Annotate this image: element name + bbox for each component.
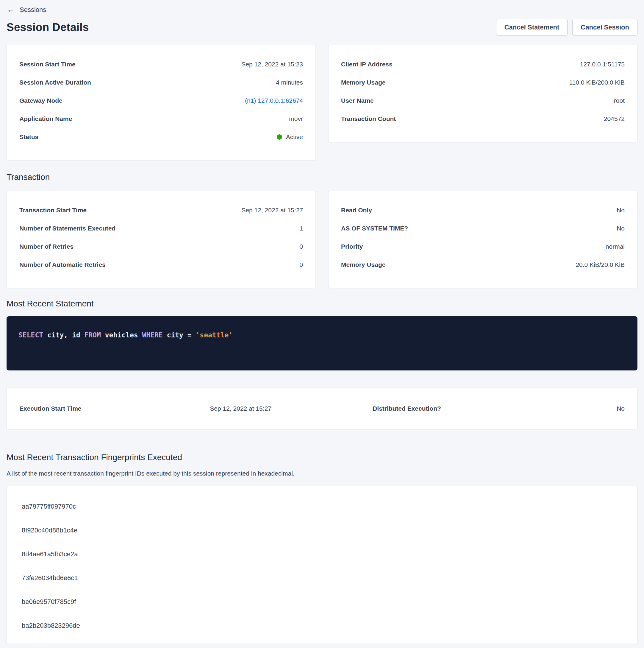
transaction-fingerprint-id: ba2b203b823296de: [22, 622, 622, 630]
summary-row: Transaction Count204572: [341, 115, 625, 123]
summary-row-value: No: [617, 224, 625, 232]
distributed-execution-value: No: [617, 404, 625, 413]
summary-row-label: Session Start Time: [19, 60, 75, 68]
summary-row: Gateway Node(n1) 127.0.0.1:62674: [19, 97, 303, 105]
summary-row-value: normal: [605, 242, 625, 251]
sql-token-str: 'seattle': [195, 331, 233, 339]
distributed-execution-label: Distributed Execution?: [372, 404, 441, 413]
sql-statement-box: SELECT city, id FROM vehicles WHERE city…: [7, 316, 637, 371]
sql-token-pl: city, id: [43, 331, 84, 339]
summary-row-value: 204572: [604, 115, 625, 123]
summary-row-value: No: [617, 206, 625, 214]
execution-start-time-label: Execution Start Time: [19, 404, 81, 413]
summary-row-value: Sep 12, 2022 at 15:27: [241, 206, 303, 214]
fingerprints-description: A list of the most recent transaction fi…: [7, 470, 637, 477]
summary-row: StatusActive: [19, 133, 303, 141]
session-summary-row: Session Start TimeSep 12, 2022 at 15:23S…: [7, 45, 637, 161]
summary-row-label: Memory Usage: [341, 261, 386, 269]
summary-row: Client IP Address127.0.0.1:51175: [341, 60, 625, 68]
transaction-fingerprint-id: 8d4ae61a5fb3ce2a: [22, 550, 622, 558]
summary-row: Number of Retries0: [19, 242, 303, 251]
summary-row-label: Priority: [341, 242, 363, 251]
execution-details-card: Execution Start Time Sep 12, 2022 at 15:…: [7, 388, 637, 429]
transaction-fingerprint-id: 73fe26034bd6e6c1: [22, 574, 622, 582]
summary-row: Number of Statements Executed1: [19, 224, 303, 232]
sql-token-kw: SELECT: [18, 331, 43, 339]
summary-row: Session Start TimeSep 12, 2022 at 15:23: [19, 60, 303, 68]
summary-row: Prioritynormal: [341, 242, 625, 251]
session-details-card-left: Session Start TimeSep 12, 2022 at 15:23S…: [7, 45, 316, 161]
sql-token-kw: WHERE: [142, 331, 163, 339]
summary-row: AS OF SYSTEM TIME?No: [341, 224, 625, 232]
summary-row-value: 1: [299, 224, 303, 232]
summary-row-label: Number of Statements Executed: [19, 224, 115, 232]
summary-row-label: Number of Automatic Retries: [19, 261, 106, 269]
header-actions: Cancel Statement Cancel Session: [496, 19, 637, 36]
summary-row-label: Number of Retries: [19, 242, 73, 251]
summary-row-value: 0: [299, 242, 303, 251]
transaction-section-heading: Transaction: [7, 172, 637, 182]
summary-row-label: Status: [19, 133, 39, 141]
summary-row-label: AS OF SYSTEM TIME?: [341, 224, 408, 232]
summary-row-label: User Name: [341, 97, 374, 105]
summary-row: Transaction Start TimeSep 12, 2022 at 15…: [19, 206, 303, 214]
summary-row: Number of Automatic Retries0: [19, 261, 303, 269]
transaction-fingerprint-id: aa79775ff097970c: [22, 502, 622, 511]
summary-row-label: Session Active Duration: [19, 78, 91, 87]
gateway-node-link[interactable]: (n1) 127.0.0.1:62674: [245, 97, 303, 105]
summary-row-label: Memory Usage: [341, 78, 386, 87]
summary-row-value: 4 minutes: [276, 78, 303, 87]
summary-row: Read OnlyNo: [341, 206, 625, 214]
sql-token-pl: vehicles: [101, 331, 142, 339]
most-recent-statement-heading: Most Recent Statement: [7, 299, 637, 309]
summary-row-value: Sep 12, 2022 at 15:23: [241, 60, 303, 68]
cancel-statement-button[interactable]: Cancel Statement: [496, 19, 568, 36]
summary-row-value: 0: [299, 261, 303, 269]
summary-row-value: 110.0 KiB/200.0 KiB: [569, 78, 625, 87]
summary-row: Session Active Duration4 minutes: [19, 78, 303, 87]
summary-row-value: movr: [289, 115, 303, 123]
fingerprints-section-heading: Most Recent Transaction Fingerprints Exe…: [7, 453, 637, 462]
transaction-fingerprint-id: 8f920c40d88b1c4e: [22, 526, 622, 535]
summary-row-label: Gateway Node: [19, 97, 62, 105]
summary-row-value: root: [614, 97, 625, 105]
summary-row-value: 20.0 KiB/20.0 KiB: [576, 261, 625, 269]
fingerprints-list-card: aa79775ff097970c8f920c40d88b1c4e8d4ae61a…: [7, 486, 637, 644]
summary-row-label: Application Name: [19, 115, 72, 123]
status-active-dot-icon: [277, 134, 282, 140]
transaction-card-right: Read OnlyNoAS OF SYSTEM TIME?NoPriorityn…: [328, 191, 637, 288]
sql-token-kw: FROM: [84, 331, 101, 339]
summary-row-label: Transaction Count: [341, 115, 396, 123]
page-header: Session Details Cancel Statement Cancel …: [7, 19, 637, 36]
cancel-session-button[interactable]: Cancel Session: [572, 19, 637, 36]
distributed-execution-row: Distributed Execution? No: [322, 404, 625, 413]
session-details-card-right: Client IP Address127.0.0.1:51175Memory U…: [328, 45, 637, 142]
summary-row-value: Active: [277, 133, 303, 141]
execution-start-time-row: Execution Start Time Sep 12, 2022 at 15:…: [19, 404, 322, 413]
transaction-fingerprint-id: be06e9570f785c9f: [22, 598, 622, 606]
summary-row: User Nameroot: [341, 97, 625, 105]
breadcrumb-back-sessions[interactable]: ← Sessions: [7, 3, 46, 17]
breadcrumb-label: Sessions: [20, 6, 46, 14]
transaction-summary-row: Transaction Start TimeSep 12, 2022 at 15…: [7, 191, 637, 288]
summary-row: Memory Usage20.0 KiB/20.0 KiB: [341, 261, 625, 269]
page-title: Session Details: [7, 21, 89, 34]
summary-row-label: Read Only: [341, 206, 372, 214]
sql-token-pl: city =: [163, 331, 196, 339]
summary-row: Application Namemovr: [19, 115, 303, 123]
summary-row-label: Transaction Start Time: [19, 206, 86, 214]
summary-row-label: Client IP Address: [341, 60, 393, 68]
summary-row-value: 127.0.0.1:51175: [580, 60, 625, 68]
execution-start-time-value: Sep 12, 2022 at 15:27: [210, 404, 272, 413]
summary-row: Memory Usage110.0 KiB/200.0 KiB: [341, 78, 625, 87]
transaction-card-left: Transaction Start TimeSep 12, 2022 at 15…: [7, 191, 316, 288]
back-arrow-icon: ←: [7, 5, 15, 14]
